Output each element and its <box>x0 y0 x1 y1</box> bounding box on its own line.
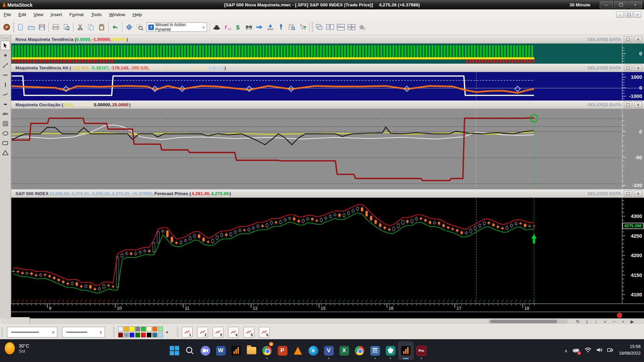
panel-close-button[interactable]: × <box>634 190 642 197</box>
rectangle-tool-button[interactable] <box>1 139 10 147</box>
taskbar-chrome2-button[interactable] <box>352 341 367 360</box>
panel-header-maquineta-tendencia-alt[interactable]: Maquineta Tendência Alt ( -112.002,-5.38… <box>0 64 644 72</box>
chart-zoom-button[interactable]: + <box>602 319 608 324</box>
tile-quad-button[interactable] <box>346 22 357 33</box>
pointer-tool-button[interactable] <box>1 41 10 50</box>
child-close-button[interactable]: × <box>634 11 641 18</box>
menu-view[interactable]: View <box>30 12 47 17</box>
grid-tool-button[interactable] <box>1 119 10 128</box>
panel-close-button[interactable]: × <box>634 102 642 108</box>
downloader-button[interactable] <box>265 22 276 33</box>
child-restore-button[interactable] <box>625 11 633 18</box>
color-swatch[interactable] <box>118 326 123 331</box>
trend-comb-chart[interactable]: 0 <box>0 44 644 64</box>
chart-zoom-button[interactable]: ↻ <box>575 319 581 324</box>
crosshair-tool-button[interactable]: + <box>1 51 10 60</box>
color-swatch[interactable] <box>147 333 152 338</box>
expert-advisor-button[interactable] <box>211 22 222 33</box>
trendline-tool-button[interactable] <box>1 61 10 69</box>
menu-tools[interactable]: Tools <box>88 12 106 17</box>
layout-template-button-1[interactable]: 1 <box>182 327 193 338</box>
taskbar-start-button[interactable] <box>167 341 182 360</box>
chart-zoom-button[interactable]: − <box>611 319 617 324</box>
taskbar-clock[interactable]: 15:56 18/08/2022 <box>619 343 641 357</box>
x-axis[interactable]: 910111215161718 <box>0 303 644 312</box>
onedrive-icon[interactable]: × <box>572 347 580 354</box>
taskbar-metastock-button[interactable] <box>228 341 244 360</box>
panel-close-button[interactable]: × <box>634 36 642 43</box>
crosshair-pointer-button[interactable] <box>124 22 135 33</box>
price-candlestick-chart[interactable]: 430042504200415041004275.260 <box>0 198 644 303</box>
panel-header-sp500-index[interactable]: S&P 500 INDEX (4,268.84, 4,276.61, 4,265… <box>0 189 644 198</box>
panel-restore-button[interactable] <box>624 65 632 71</box>
paste-button[interactable] <box>96 22 107 33</box>
indicator-builder-button[interactable]: f(x) <box>222 22 233 33</box>
scrollbar-thumb[interactable] <box>490 320 557 323</box>
zoom-select-button[interactable] <box>135 22 145 33</box>
child-minimize-button[interactable]: – <box>616 11 624 18</box>
taskbar-excel-button[interactable]: X <box>336 341 352 360</box>
system-tester-button[interactable] <box>276 22 286 33</box>
title-bar[interactable]: MetaStock [S&P 500 Nova Maquineta.mwc - … <box>0 0 644 9</box>
menu-file[interactable]: File <box>0 12 15 17</box>
panel-close-button[interactable]: × <box>634 65 642 71</box>
layout-template-button-4[interactable]: 4 <box>228 327 239 338</box>
undo-button[interactable] <box>110 22 121 33</box>
layout-template-button-5[interactable]: 5 <box>244 327 254 338</box>
taskbar-calculator-button[interactable] <box>367 341 383 360</box>
taskbar-explorer-button[interactable] <box>244 341 259 360</box>
context-help-button[interactable]: ? <box>297 22 308 33</box>
horizontal-line-tool-button[interactable] <box>1 71 10 79</box>
template-combobox[interactable]: f Missed In Action Pyramid ∨ <box>147 22 207 32</box>
triangle-tool-button[interactable] <box>1 148 10 157</box>
print-preview-button[interactable] <box>61 22 72 33</box>
text-tool-button[interactable]: abc <box>1 110 10 118</box>
oscilacao-chart[interactable]: 0-50-100 <box>0 109 644 189</box>
panel-header-maquineta-oscilacao[interactable]: Maquineta Oscilação ( 0.00,-2.48650,5.00… <box>0 101 644 109</box>
tile-horizontal-button[interactable] <box>325 22 335 33</box>
panel-header-nova-maquineta-tendencia[interactable]: Nova Maquineta Tendência ( 0.0000,-1.000… <box>0 35 644 44</box>
close-button[interactable]: × <box>629 1 642 8</box>
color-swatch[interactable] <box>152 326 157 331</box>
chart-zoom-button[interactable]: | <box>584 319 590 324</box>
print-button[interactable] <box>50 22 61 33</box>
report-button[interactable] <box>286 22 297 33</box>
menu-edit[interactable]: Edit <box>15 12 30 17</box>
taskbar-pro-button[interactable]: Pro <box>414 341 429 360</box>
color-swatch[interactable] <box>129 326 135 331</box>
chart-zoom-button[interactable]: ▶ <box>629 319 635 324</box>
color-swatch[interactable] <box>135 333 140 338</box>
taskbar-visio-button[interactable]: V <box>321 341 336 360</box>
cycle-tool-button[interactable] <box>1 90 10 99</box>
vertical-line-tool-button[interactable] <box>1 80 10 89</box>
taskbar-metastock-active-button[interactable] <box>398 341 414 360</box>
menu-insert[interactable]: Insert <box>47 12 66 17</box>
panel-restore-button[interactable] <box>624 102 632 108</box>
taskbar-chrome-button[interactable]: N <box>259 341 275 360</box>
panel-restore-button[interactable] <box>624 190 632 197</box>
taskbar-chess-button[interactable]: ♚ <box>383 341 398 360</box>
tendencia-alt-chart[interactable]: 10000-1000 <box>0 72 644 101</box>
volume-icon[interactable] <box>596 347 603 354</box>
maximize-button[interactable] <box>614 1 628 8</box>
wifi-icon[interactable] <box>584 347 592 354</box>
expand-tool-button[interactable]: ◂▸ <box>1 100 10 108</box>
options-gear-button[interactable] <box>357 22 368 33</box>
color-swatch[interactable] <box>158 326 163 331</box>
menu-format[interactable]: Format <box>66 12 88 17</box>
taskbar-word-button[interactable]: W <box>213 341 228 360</box>
palette-dropdown-arrow[interactable]: ▼ <box>165 330 169 334</box>
weather-widget[interactable]: 30°C Sol <box>5 342 29 354</box>
ellipse-tool-button[interactable] <box>1 129 10 137</box>
cut-button[interactable] <box>75 22 86 33</box>
color-swatch[interactable] <box>141 333 146 338</box>
pen-battery-icon[interactable] <box>607 347 614 354</box>
horizontal-scrollbar[interactable] <box>488 319 568 323</box>
color-swatch[interactable] <box>124 333 129 338</box>
save-button[interactable] <box>37 22 47 33</box>
layout-template-button-3[interactable]: 3 <box>213 327 223 338</box>
explorer-binoculars-button[interactable] <box>244 22 254 33</box>
color-swatch[interactable] <box>118 333 123 338</box>
line-weight-combobox[interactable]: ∨ <box>62 327 105 338</box>
color-swatch[interactable] <box>124 326 129 331</box>
